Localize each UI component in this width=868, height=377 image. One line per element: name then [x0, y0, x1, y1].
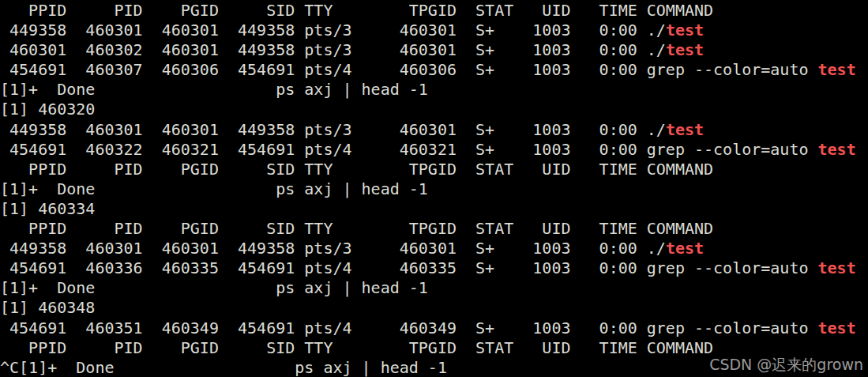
terminal-text-segment: [1]+ Done ps axj | head -1 [0, 179, 428, 198]
terminal-line: [1]+ Done ps axj | head -1 [0, 278, 868, 298]
terminal-line: [1] 460348 [0, 298, 868, 318]
terminal-text-segment: 454691 460307 460306 454691 pts/4 460306… [0, 60, 818, 79]
grep-match-text: test [818, 319, 856, 337]
terminal-line: PPID PID PGID SID TTY TPGID STAT UID TIM… [0, 160, 868, 179]
terminal-text-segment: PPID PID PGID SID TTY TPGID STAT UID TIM… [0, 219, 713, 238]
terminal-line: [1]+ Done ps axj | head -1 [0, 179, 868, 199]
terminal-line: 454691 460307 460306 454691 pts/4 460306… [0, 60, 868, 80]
terminal-text-segment: PPID PID PGID SID TTY TPGID STAT UID TIM… [0, 160, 713, 179]
grep-match-text: test [666, 120, 704, 139]
terminal-line: 460301 460302 460301 449358 pts/3 460301… [0, 40, 868, 60]
grep-match-text: test [818, 258, 856, 277]
watermark: CSDN @迟来的grown [709, 356, 863, 373]
terminal-text-segment: PPID PID PGID SID TTY TPGID STAT UID TIM… [0, 338, 713, 357]
terminal-output[interactable]: PPID PID PGID SID TTY TPGID STAT UID TIM… [0, 1, 868, 377]
terminal-text-segment: [1] 460348 [0, 298, 95, 317]
terminal-line: 449358 460301 460301 449358 pts/3 460301… [0, 239, 868, 258]
terminal-text-segment: 454691 460351 460349 454691 pts/4 460349… [0, 319, 818, 337]
terminal-text-segment: ^C[1]+ Done ps axj | head -1 [0, 358, 447, 377]
grep-match-text: test [818, 140, 856, 159]
terminal-text-segment: 460301 460302 460301 449358 pts/3 460301… [0, 40, 666, 59]
terminal-line: 454691 460336 460335 454691 pts/4 460335… [0, 258, 868, 278]
terminal-line: [1]+ Done ps axj | head -1 [0, 80, 868, 100]
terminal-line: PPID PID PGID SID TTY TPGID STAT UID TIM… [0, 338, 868, 358]
terminal-line: 449358 460301 460301 449358 pts/3 460301… [0, 120, 868, 140]
terminal-text-segment: 449358 460301 460301 449358 pts/3 460301… [0, 120, 666, 139]
grep-match-text: test [666, 239, 704, 258]
terminal-line: 449358 460301 460301 449358 pts/3 460301… [0, 21, 868, 40]
terminal-text-segment: 449358 460301 460301 449358 pts/3 460301… [0, 21, 666, 40]
terminal-text-segment: 454691 460336 460335 454691 pts/4 460335… [0, 258, 818, 277]
terminal-text-segment: [1] 460320 [0, 100, 95, 119]
grep-match-text: test [818, 60, 856, 79]
terminal-text-segment: 454691 460322 460321 454691 pts/4 460321… [0, 140, 818, 159]
grep-match-text: test [666, 40, 704, 59]
terminal-text-segment: [1]+ Done ps axj | head -1 [0, 80, 428, 99]
terminal-line: [1] 460334 [0, 199, 868, 219]
grep-match-text: test [666, 21, 704, 40]
terminal-line: [1] 460320 [0, 100, 868, 119]
terminal-text-segment: [1]+ Done ps axj | head -1 [0, 278, 428, 297]
terminal-text-segment: PPID PID PGID SID TTY TPGID STAT UID TIM… [0, 1, 713, 20]
terminal-line: PPID PID PGID SID TTY TPGID STAT UID TIM… [0, 1, 868, 21]
terminal-text-segment: 449358 460301 460301 449358 pts/3 460301… [0, 239, 666, 258]
terminal-text-segment: [1] 460334 [0, 199, 95, 218]
terminal-line: PPID PID PGID SID TTY TPGID STAT UID TIM… [0, 219, 868, 239]
terminal-line: 454691 460322 460321 454691 pts/4 460321… [0, 140, 868, 160]
terminal-line: 454691 460351 460349 454691 pts/4 460349… [0, 319, 868, 338]
